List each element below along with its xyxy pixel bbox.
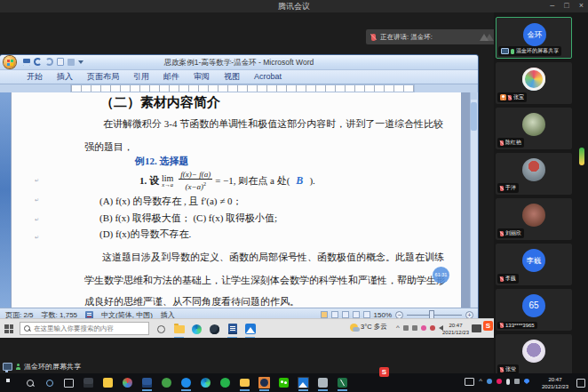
window-controls: – □ ×	[550, 0, 584, 12]
redo-button[interactable]	[45, 58, 53, 66]
sogou-input-icon[interactable]: S	[483, 321, 493, 331]
system-tray: ^	[396, 324, 443, 332]
tray-icon[interactable]	[403, 325, 409, 331]
print-preview-button[interactable]	[57, 58, 64, 66]
participant-tile[interactable]: 陈红艳	[496, 108, 572, 149]
tencent-meeting-app-icon[interactable]	[258, 377, 270, 388]
pilcrow-mark: ↵	[35, 216, 39, 222]
fullscreen-view-button[interactable]	[331, 311, 338, 318]
dark-app-icon[interactable]	[209, 323, 220, 335]
wechat-app-icon[interactable]	[278, 377, 290, 388]
tray-chevron-icon[interactable]: ^	[479, 377, 482, 386]
maximize-button[interactable]: □	[564, 0, 568, 12]
floating-timer-badge[interactable]: 61:31	[433, 267, 449, 284]
participant-tile[interactable]: 李巍 李巍	[496, 244, 572, 285]
doc-option-d: (D) f(x)的导数不存在.	[99, 228, 191, 241]
pilcrow-mark: ↵	[35, 196, 39, 203]
tray-icon[interactable]	[514, 379, 520, 384]
scrollbar-thumb[interactable]	[471, 102, 477, 131]
participant-tile[interactable]: 于洋	[496, 153, 572, 195]
word-app-icon[interactable]	[226, 323, 238, 335]
notebook-app-icon[interactable]	[317, 377, 329, 388]
pilcrow-mark: ↵	[35, 234, 39, 240]
cortana-icon[interactable]	[44, 377, 55, 388]
security-shield-icon[interactable]	[524, 379, 529, 384]
tab-page-layout[interactable]: 页面布局	[80, 70, 126, 84]
file-explorer-icon[interactable]	[239, 377, 250, 388]
doc-option-a: (A) f(x) 的导数存在 , 且 f′(a) ≠ 0；	[99, 195, 242, 208]
mic-muted-icon	[500, 367, 504, 372]
zoom-slider[interactable]	[407, 315, 462, 316]
calculator-app-icon[interactable]	[83, 377, 94, 388]
task-view-icon[interactable]	[63, 377, 75, 388]
horizontal-ruler[interactable]	[0, 84, 478, 92]
close-button[interactable]: ×	[579, 0, 584, 12]
minimize-button[interactable]: –	[550, 0, 554, 12]
question-number: 1. 设	[139, 174, 159, 188]
qq-browser-icon[interactable]	[180, 377, 192, 388]
web-layout-view-button[interactable]	[342, 311, 349, 318]
green-app-icon[interactable]	[219, 377, 231, 388]
tab-insert[interactable]: 插入	[50, 70, 80, 84]
print-layout-view-button[interactable]	[321, 311, 328, 318]
tab-review[interactable]: 审阅	[187, 70, 217, 84]
tray-pink-icon[interactable]	[497, 379, 502, 384]
sogou-input-icon[interactable]: S	[379, 367, 389, 377]
photos-app-icon[interactable]	[244, 323, 256, 335]
undo-button[interactable]	[34, 58, 42, 66]
participant-tile[interactable]: 金环 温金环的屏幕共享	[496, 17, 572, 59]
participant-tile[interactable]: 张莹	[496, 334, 572, 376]
file-explorer-icon[interactable]	[173, 323, 185, 335]
edge-browser-icon[interactable]	[200, 377, 211, 388]
share-banner: 温金环的屏幕共享	[3, 362, 81, 372]
participant-tile[interactable]: 65 133****3965	[496, 289, 572, 331]
excel-app-icon[interactable]	[337, 377, 348, 388]
participants-panel: 金环 温金环的屏幕共享 张宝 陈红艳 于洋 刘丽欣 李巍 李巍 65 133**…	[494, 12, 588, 373]
office-button[interactable]	[4, 56, 16, 68]
qat-dropdown-icon[interactable]	[78, 60, 83, 64]
taskbar-search-box[interactable]: 在这里输入你要搜索的内容	[20, 322, 149, 335]
task-view-button[interactable]	[155, 323, 167, 335]
participant-tile[interactable]: 刘丽欣	[496, 198, 572, 240]
taskbar-clock[interactable]: 20:47 2021/12/23	[535, 376, 576, 390]
microphone-tray-icon[interactable]	[506, 379, 510, 385]
save-button[interactable]	[23, 59, 30, 66]
participant-tile[interactable]: 张宝	[496, 62, 572, 104]
tray-pink-icon[interactable]	[421, 325, 426, 331]
meeting-titlebar: 腾讯会议 – □ ×	[0, 0, 588, 12]
browser-360-icon[interactable]	[122, 377, 133, 388]
edge-browser-icon[interactable]	[191, 323, 203, 335]
outline-view-button[interactable]	[353, 311, 360, 318]
notification-center-icon[interactable]	[576, 379, 585, 388]
tab-mailings[interactable]: 邮件	[156, 70, 187, 84]
tray-icon[interactable]	[412, 325, 417, 331]
tab-references[interactable]: 引用	[126, 70, 156, 84]
scroll-up-icon[interactable]	[471, 92, 477, 100]
start-icon[interactable]	[4, 377, 16, 388]
mic-muted-icon	[508, 95, 512, 100]
weather-widget[interactable]: 3°C 多云	[350, 323, 387, 332]
touch-keyboard-icon[interactable]	[472, 324, 481, 332]
quick-access-toolbar	[23, 58, 83, 66]
print-button[interactable]	[68, 59, 75, 66]
tray-icon[interactable]	[487, 379, 492, 384]
tab-home[interactable]: 开始	[20, 70, 50, 84]
taskbar-clock[interactable]: 20:47 2021/12/23	[441, 322, 470, 336]
draft-view-button[interactable]	[363, 311, 370, 318]
tab-view[interactable]: 视图	[217, 70, 247, 84]
tray-chevron-icon[interactable]: ^	[396, 324, 400, 332]
recycle-app-icon[interactable]	[161, 377, 172, 388]
notes-app-icon[interactable]	[102, 377, 114, 388]
word-app-icon[interactable]	[141, 377, 153, 388]
document-page[interactable]: （二）素材内容简介 在讲解微积分 3-4 节函数的单调性和极值这部分内容时，讲到…	[12, 92, 461, 308]
photos-app-icon[interactable]	[298, 377, 309, 388]
tab-acrobat[interactable]: Acrobat	[247, 70, 289, 84]
vertical-scrollbar[interactable]	[470, 92, 478, 308]
display-tray-icon[interactable]	[465, 378, 474, 386]
search-icon[interactable]	[24, 377, 36, 388]
start-icon[interactable]	[4, 324, 13, 333]
speaking-indicator: 正在讲话: 温金环:	[366, 29, 499, 44]
tray-red-icon[interactable]	[430, 325, 435, 331]
weather-text: 3°C 多云	[361, 323, 387, 332]
sidebar-scroll-indicator[interactable]	[579, 148, 584, 165]
